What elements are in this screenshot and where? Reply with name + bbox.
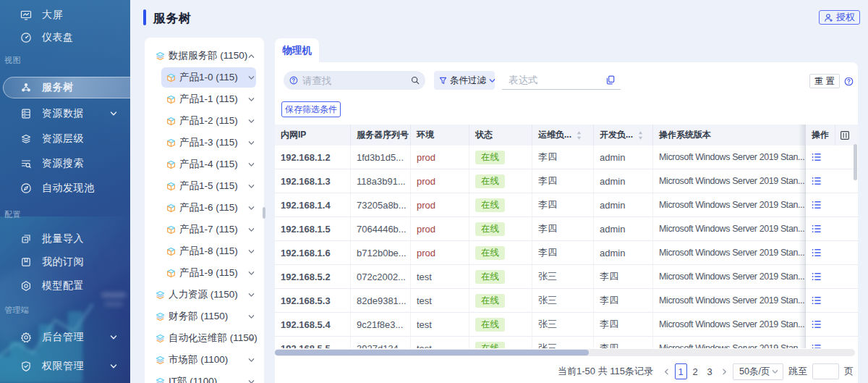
next-page-button[interactable] [717, 363, 731, 380]
table-row[interactable]: 192.168.1.5 7064446b... prod 在线 李四 admin… [275, 217, 858, 241]
actions-list-icon[interactable] [812, 224, 822, 233]
tree-node[interactable]: 产品1-3 (115) [145, 132, 264, 153]
page-number-button[interactable]: 3 [704, 363, 716, 379]
tree-node-chevron-icon[interactable] [248, 248, 255, 255]
page-number-button[interactable]: 2 [689, 363, 702, 379]
sidebar-item[interactable]: 配置 [0, 206, 130, 222]
chevron-down-icon[interactable] [110, 334, 117, 341]
column-header-serial[interactable]: 服务器序列号 [351, 125, 411, 146]
authorize-button[interactable]: 授权 [819, 10, 860, 25]
tree-node-chevron-icon[interactable] [248, 357, 255, 363]
tree-node-chevron-icon[interactable] [248, 292, 255, 298]
tree-node[interactable]: 产品1-2 (115) [145, 110, 264, 132]
tree-node-chevron-icon[interactable] [248, 183, 255, 190]
tree-node[interactable]: 人力资源 (1150) [145, 284, 264, 306]
tree-node[interactable]: 产品1-5 (115) [145, 175, 264, 197]
tree-node-chevron-icon[interactable] [248, 335, 255, 342]
column-settings-icon[interactable] [840, 130, 850, 140]
tree-node[interactable]: IT部 (1100) [145, 371, 264, 383]
sidebar-item[interactable]: 资源数据 [0, 101, 130, 126]
horizontal-scrollbar[interactable] [275, 349, 855, 356]
actions-list-icon[interactable] [812, 320, 822, 329]
tree-node[interactable]: 自动化运维部 (1150) [145, 327, 264, 349]
jump-to-page-input[interactable] [812, 363, 839, 379]
tree-node[interactable]: 数据服务部 (1150) [145, 45, 264, 67]
column-header-os[interactable]: 操作系统版本 [653, 125, 806, 146]
actions-list-icon[interactable] [812, 177, 822, 185]
chevron-down-icon[interactable] [110, 363, 117, 370]
actions-list-icon[interactable] [812, 201, 822, 209]
tree-node[interactable]: 产品1-6 (115) [145, 197, 264, 219]
sidebar-item[interactable]: 后台管理 [0, 325, 130, 350]
actions-list-icon[interactable] [812, 153, 822, 161]
chevron-down-icon[interactable] [110, 110, 117, 117]
panel-resize-handle[interactable] [263, 207, 265, 219]
horizontal-scrollbar-thumb[interactable] [275, 350, 589, 355]
page-number-button[interactable]: 1 [675, 363, 687, 379]
tree-node[interactable]: 财务部 (1150) [145, 306, 264, 327]
column-header-dev-owner[interactable]: 开发负... [594, 125, 653, 146]
tree-node[interactable]: 产品1-0 (115) [145, 67, 264, 88]
tree-node-chevron-icon[interactable] [248, 96, 255, 103]
condition-filter-dropdown[interactable]: 条件过滤 [434, 71, 495, 90]
page-size-select[interactable]: 50条/页 [733, 363, 783, 380]
expression-field[interactable] [502, 71, 621, 90]
sidebar-item[interactable]: 服务树 [0, 75, 130, 100]
sort-icon[interactable] [576, 130, 582, 140]
column-header-ip[interactable]: 内网IP [275, 125, 351, 146]
actions-list-icon[interactable] [812, 272, 822, 281]
tree-node[interactable]: 产品1-1 (115) [145, 88, 264, 110]
sidebar-item[interactable]: 模型配置 [0, 274, 130, 298]
sidebar-item[interactable]: 我的订阅 [0, 250, 130, 274]
actions-list-icon[interactable] [812, 344, 822, 348]
tree-node[interactable]: 产品1-8 (115) [145, 240, 264, 262]
tab-physical-machine[interactable]: 物理机 [275, 38, 319, 62]
copy-icon[interactable] [606, 75, 615, 85]
tree-node-chevron-icon[interactable] [248, 161, 255, 168]
vertical-scrollbar-thumb[interactable] [854, 144, 857, 180]
expression-input[interactable] [509, 75, 588, 85]
reset-button[interactable]: 重 置 [809, 74, 840, 88]
prev-page-button[interactable] [659, 363, 673, 380]
tree-node[interactable]: 产品1-4 (115) [145, 153, 264, 175]
actions-list-icon[interactable] [812, 248, 822, 257]
table-row[interactable]: 192.168.5.3 82de9381... test 在线 张三 李四 Mi… [275, 289, 858, 313]
table-row[interactable]: 192.168.5.4 9c21f8e3... test 在线 张三 李四 Mi… [275, 313, 858, 337]
sidebar-item[interactable]: 仪表盘 [0, 25, 130, 50]
sidebar-item[interactable]: 资源层级 [0, 127, 130, 151]
column-header-env[interactable]: 环境 [411, 125, 469, 146]
tree-node[interactable]: 产品1-9 (115) [145, 262, 264, 284]
tree-node-chevron-icon[interactable] [248, 118, 255, 125]
table-row[interactable]: 192.168.1.4 73205a8b... prod 在线 李四 admin… [275, 193, 858, 217]
table-row[interactable]: 192.168.1.2 1fd3b1d5... prod 在线 李四 admin… [275, 146, 858, 169]
table-row[interactable]: 192.168.5.2 072c2002... test 在线 张三 李四 Mi… [275, 265, 858, 289]
tree-node-chevron-icon[interactable] [248, 75, 255, 81]
sidebar-item[interactable]: 自动发现池 [0, 176, 130, 201]
search-icon[interactable] [411, 76, 420, 85]
tree-node-chevron-icon[interactable] [248, 379, 255, 383]
tree-node[interactable]: 市场部 (1100) [145, 349, 264, 371]
sidebar-item[interactable]: 管理端 [0, 302, 130, 318]
help-icon[interactable] [844, 77, 854, 86]
save-filter-button[interactable]: 保存筛选条件 [281, 101, 341, 117]
tree-node[interactable]: 产品1-7 (115) [145, 219, 264, 240]
table-row[interactable]: 192.168.5.5 3927d134... test 在线 张三 李四 Mi… [275, 337, 858, 348]
search-box[interactable] [284, 71, 425, 90]
tree-node-chevron-icon[interactable] [248, 53, 255, 59]
actions-list-icon[interactable] [812, 296, 822, 305]
tree-node-chevron-icon[interactable] [248, 313, 255, 320]
sidebar-item[interactable]: 资源搜索 [0, 151, 130, 176]
sidebar-item[interactable]: 权限管理 [0, 354, 130, 379]
tree-node-chevron-icon[interactable] [248, 140, 255, 146]
sidebar-item[interactable]: 批量导入 [0, 227, 130, 251]
table-row[interactable]: 192.168.1.6 b712b0be... prod 在线 李四 admin… [275, 241, 858, 265]
column-header-ops-owner[interactable]: 运维负... [532, 125, 594, 146]
tree-node-chevron-icon[interactable] [248, 227, 255, 233]
column-header-status[interactable]: 状态 [469, 125, 532, 146]
search-input[interactable] [302, 75, 396, 86]
sidebar-item[interactable]: 大屏 [0, 3, 130, 28]
tree-node-chevron-icon[interactable] [248, 270, 255, 277]
tree-node-chevron-icon[interactable] [248, 205, 255, 211]
sidebar-item[interactable]: 视图 [0, 52, 130, 68]
sort-icon[interactable] [637, 130, 644, 140]
